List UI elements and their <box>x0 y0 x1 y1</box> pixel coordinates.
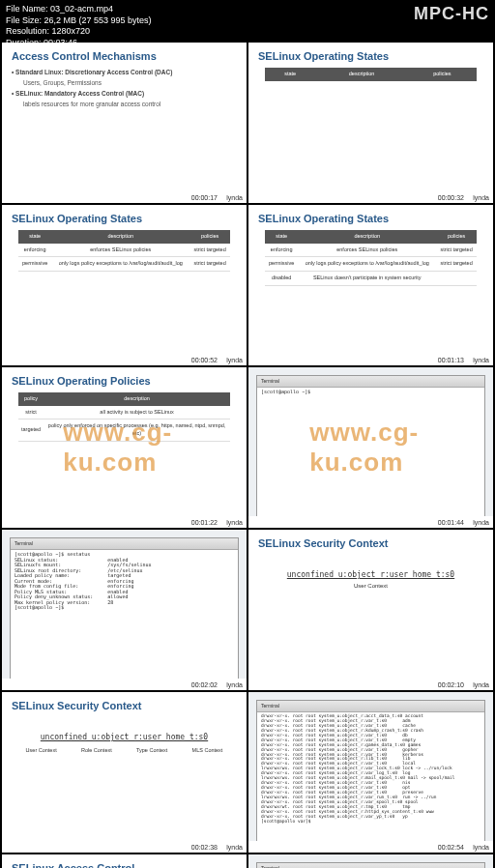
slide-title: SELinux Operating Policies <box>2 367 247 391</box>
terminal-titlebar: Terminal <box>257 863 484 868</box>
context-labels: User Context Role Context Type Context M… <box>2 747 247 753</box>
terminal-titlebar: Terminal <box>11 538 238 550</box>
slide-thumb[interactable]: Terminal [scott@apollo ~]$ sestatus SELi… <box>2 530 247 690</box>
slide-thumb[interactable]: Terminal [scott@apollo ~]$ www.cg-ku.com… <box>248 367 493 528</box>
terminal-output: [scott@apollo ~]$ <box>257 388 484 397</box>
app-title: MPC-HC <box>414 4 489 24</box>
file-size: 26,2 MB (27 553 995 bytes) <box>44 15 152 25</box>
slide-thumb[interactable]: Terminal drwxr-xr-x. root root system_u:… <box>248 692 493 853</box>
file-size-label: File Size: <box>6 15 42 25</box>
slide-thumb[interactable]: SELinux Operating States statedescriptio… <box>2 205 247 365</box>
media-player-window: File Name: 03_02-acm.mp4 File Size: 26,2… <box>0 0 495 868</box>
terminal-output: [scott@apollo ~]$ sestatus SELinux statu… <box>11 550 238 613</box>
slide-thumb[interactable]: SELinux Operating Policies policydescrip… <box>2 367 247 528</box>
slide-thumb[interactable]: SELinux Operating States statedescriptio… <box>248 43 493 203</box>
states-table: statedescriptionpolicies <box>265 68 477 81</box>
security-context: unconfined_u:object_r:user_home_t:s0 <box>2 733 247 741</box>
slide-title: SELinux Operating States <box>248 43 493 66</box>
resolution: 1280x720 <box>52 26 91 36</box>
slide-body: • Standard Linux: Discretionary Access C… <box>2 66 247 112</box>
file-name-label: File Name: <box>6 4 48 14</box>
resolution-label: Resolution: <box>6 26 49 36</box>
thumbnail-grid: Access Control Mechanisms • Standard Lin… <box>0 43 495 868</box>
terminal-output: drwxr-xr-x. root root system_u:object_r:… <box>257 712 484 826</box>
states-table: statedescriptionpolicies enforcingenforc… <box>265 230 477 286</box>
slide-title: SELinux Operating States <box>2 205 247 228</box>
terminal-window: Terminal [scott@apollo ~]$ <box>256 375 485 518</box>
states-table: statedescriptionpolicies enforcingenforc… <box>18 230 230 272</box>
slide-title: SELinux Access Control <box>2 854 247 868</box>
slide-thumb[interactable]: Access Control Mechanisms • Standard Lin… <box>2 43 247 203</box>
terminal-window: Terminal drwxr-xr-x. root root system_u:… <box>256 700 485 843</box>
slide-thumb[interactable]: SELinux Security Context unconfined_u:ob… <box>2 692 247 853</box>
file-name: 03_02-acm.mp4 <box>50 4 113 14</box>
context-label: User Context <box>248 583 493 589</box>
policies-table: policydescription strictall activity is … <box>18 392 230 442</box>
slide-thumb[interactable]: SELinux Security Context unconfined_u:ob… <box>248 530 493 690</box>
player-info-overlay: File Name: 03_02-acm.mp4 File Size: 26,2… <box>0 0 495 43</box>
slide-title: SELinux Operating States <box>248 205 493 228</box>
terminal-window: Terminal [scott@apollo ~]$ sestatus SELi… <box>10 537 239 680</box>
slide-title: Access Control Mechanisms <box>2 43 247 66</box>
slide-thumb[interactable]: SELinux Access Control • Type Enforcemen… <box>2 854 247 868</box>
terminal-titlebar: Terminal <box>257 376 484 388</box>
slide-thumb[interactable]: Terminal system_u:system_r:NetworkManage… <box>248 854 493 868</box>
terminal-titlebar: Terminal <box>257 701 484 712</box>
slide-title: SELinux Security Context <box>2 692 247 715</box>
terminal-window: Terminal system_u:system_r:NetworkManage… <box>256 862 485 868</box>
slide-title: SELinux Security Context <box>248 530 493 553</box>
security-context: unconfined_u:object_r:user_home_t:s0 <box>248 570 493 579</box>
slide-thumb[interactable]: SELinux Operating States statedescriptio… <box>248 205 493 365</box>
